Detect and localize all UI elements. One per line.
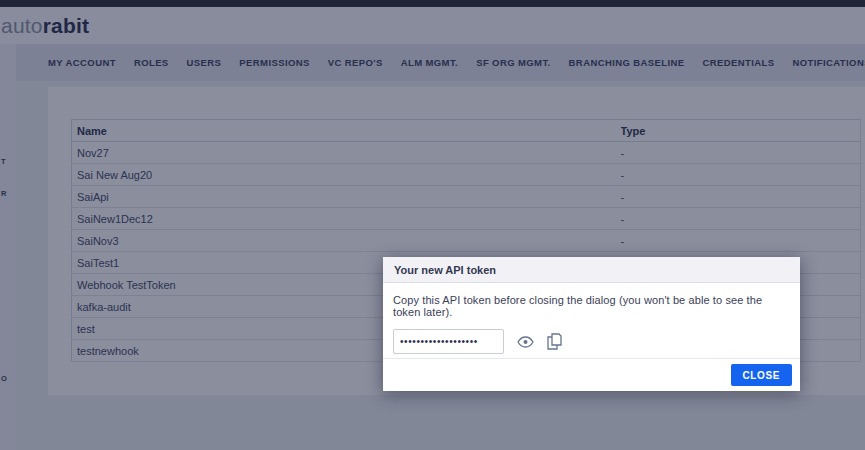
modal-body: Copy this API token before closing the d… (383, 283, 800, 354)
copy-icon (547, 333, 562, 350)
modal-description: Copy this API token before closing the d… (393, 294, 789, 318)
api-token-input[interactable] (393, 329, 504, 354)
api-token-modal: Your new API token Copy this API token b… (383, 257, 800, 391)
token-row (393, 329, 789, 354)
app-root: autorabit MY ACCOUNTROLESUSERSPERMISSION… (0, 0, 865, 450)
eye-icon (517, 336, 534, 348)
modal-footer: CLOSE (383, 358, 800, 391)
modal-title: Your new API token (394, 264, 496, 276)
copy-token-button[interactable] (547, 333, 562, 350)
close-button[interactable]: CLOSE (731, 364, 792, 386)
modal-header: Your new API token (383, 257, 800, 283)
show-token-button[interactable] (517, 336, 534, 348)
